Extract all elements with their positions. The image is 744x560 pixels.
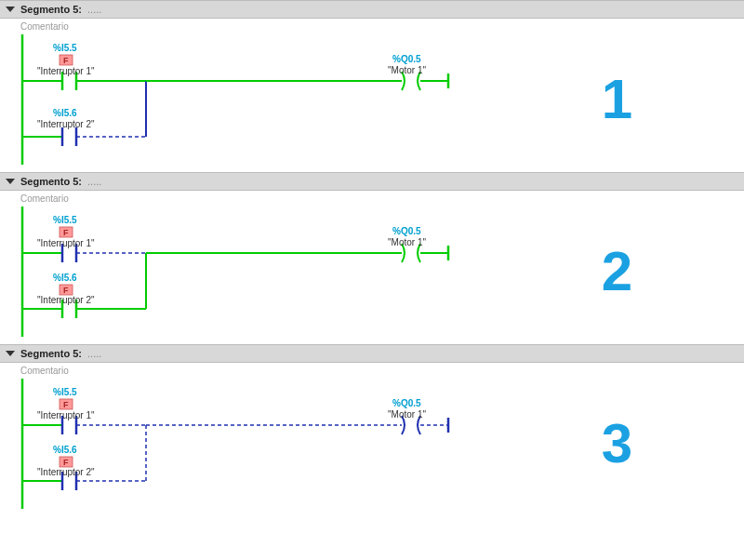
ladder-network: 3 %I5.5 F "Interruptor 1" %I5.6	[0, 379, 744, 509]
segment-title: Segmento 5:	[20, 348, 82, 359]
ladder-svg: %I5.5 F "Interruptor 1" %I5.6 F "Interru…	[20, 207, 541, 337]
svg-text:%I5.5: %I5.5	[53, 387, 77, 397]
ladder-svg: %I5.5 F "Interruptor 1" %I5.6 "Interrupt…	[20, 34, 541, 165]
segment-title: Segmento 5:	[20, 176, 82, 187]
collapse-icon[interactable]	[6, 179, 15, 184]
svg-text:F: F	[63, 286, 69, 295]
segment-title: Segmento 5:	[20, 4, 82, 15]
segment-header[interactable]: Segmento 5: .....	[0, 172, 744, 191]
segment-1: Segmento 5: ..... Comentario 1	[0, 0, 744, 165]
svg-text:"Motor 1": "Motor 1"	[388, 237, 426, 247]
contact2-addr: %I5.6	[53, 108, 77, 118]
segment-comment: Comentario	[0, 19, 744, 34]
diagram-number: 1	[602, 67, 632, 131]
force-label: F	[63, 56, 69, 65]
segment-3: Segmento 5: ..... Comentario 3 %I5.5	[0, 344, 744, 509]
coil-name: "Motor 1"	[388, 65, 426, 75]
segment-header[interactable]: Segmento 5: .....	[0, 0, 744, 19]
svg-text:%Q0.5: %Q0.5	[392, 398, 421, 408]
diagram-number: 3	[602, 411, 632, 475]
segment-comment: Comentario	[0, 191, 744, 207]
contact1-addr: %I5.5	[53, 43, 77, 53]
svg-text:%I5.6: %I5.6	[53, 273, 77, 283]
segment-dots: .....	[87, 348, 101, 359]
ladder-network: 2 %I5.5 F "Interruptor	[0, 207, 744, 337]
svg-text:%I5.5: %I5.5	[53, 215, 77, 225]
svg-text:"Interruptor 2": "Interruptor 2"	[37, 467, 95, 477]
svg-text:"Motor 1": "Motor 1"	[388, 409, 426, 420]
diagram-number: 2	[602, 239, 632, 303]
ladder-svg: %I5.5 F "Interruptor 1" %I5.6 F "Interru…	[20, 379, 541, 509]
svg-text:"Interruptor 2": "Interruptor 2"	[37, 295, 95, 305]
svg-text:F: F	[63, 228, 69, 237]
contact2-name: "Interruptor 2"	[37, 119, 95, 129]
segment-comment: Comentario	[0, 363, 744, 379]
svg-text:%Q0.5: %Q0.5	[392, 226, 421, 236]
svg-text:%I5.6: %I5.6	[53, 445, 77, 455]
svg-text:"Interruptor 1": "Interruptor 1"	[37, 410, 95, 420]
segment-dots: .....	[87, 176, 101, 187]
segment-header[interactable]: Segmento 5: .....	[0, 344, 744, 363]
svg-text:"Interruptor 1": "Interruptor 1"	[37, 238, 95, 248]
ladder-network: 1 %I5.5	[0, 34, 744, 165]
segment-2: Segmento 5: ..... Comentario 2	[0, 172, 744, 337]
coil-addr: %Q0.5	[392, 54, 421, 64]
collapse-icon[interactable]	[6, 351, 15, 356]
segment-dots: .....	[87, 4, 101, 15]
collapse-icon[interactable]	[6, 7, 15, 12]
svg-text:F: F	[63, 400, 69, 409]
svg-text:F: F	[63, 458, 69, 467]
contact1-name: "Interruptor 1"	[37, 66, 95, 76]
